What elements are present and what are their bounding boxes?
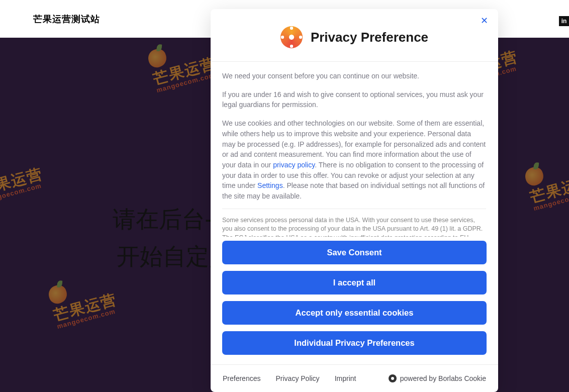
preferences-link[interactable]: Preferences (223, 374, 260, 382)
privacy-policy-link[interactable]: Privacy Policy (275, 374, 319, 382)
save-consent-button[interactable]: Save Consent (222, 241, 487, 264)
privacy-modal: ✕ Privacy Preference We need your consen… (211, 9, 498, 392)
settings-link[interactable]: Settings (257, 181, 283, 189)
usa-disclaimer: Some services process personal data in t… (222, 209, 486, 237)
imprint-link[interactable]: Imprint (335, 374, 356, 382)
accept-all-button[interactable]: I accept all (222, 271, 487, 295)
modal-header: Privacy Preference (211, 9, 498, 62)
accept-essential-button[interactable]: Accept only essential cookies (222, 301, 487, 325)
powered-by[interactable]: powered by Borlabs Cookie (389, 374, 486, 382)
modal-actions: Save Consent I accept all Accept only es… (211, 237, 498, 364)
consent-text: If you are under 16 and wish to give con… (222, 89, 486, 110)
consent-text: We need your consent before you can cont… (222, 71, 486, 81)
gear-icon (389, 374, 397, 382)
consent-text: We use cookies and other technologies on… (222, 118, 486, 202)
modal-body[interactable]: We need your consent before you can cont… (211, 62, 498, 237)
privacy-policy-link[interactable]: privacy policy (273, 161, 315, 169)
close-icon[interactable]: ✕ (481, 16, 488, 25)
gear-icon (280, 26, 303, 48)
modal-title: Privacy Preference (311, 30, 428, 45)
individual-preferences-button[interactable]: Individual Privacy Preferences (222, 331, 487, 355)
modal-footer: Preferences Privacy Policy Imprint power… (211, 364, 498, 392)
